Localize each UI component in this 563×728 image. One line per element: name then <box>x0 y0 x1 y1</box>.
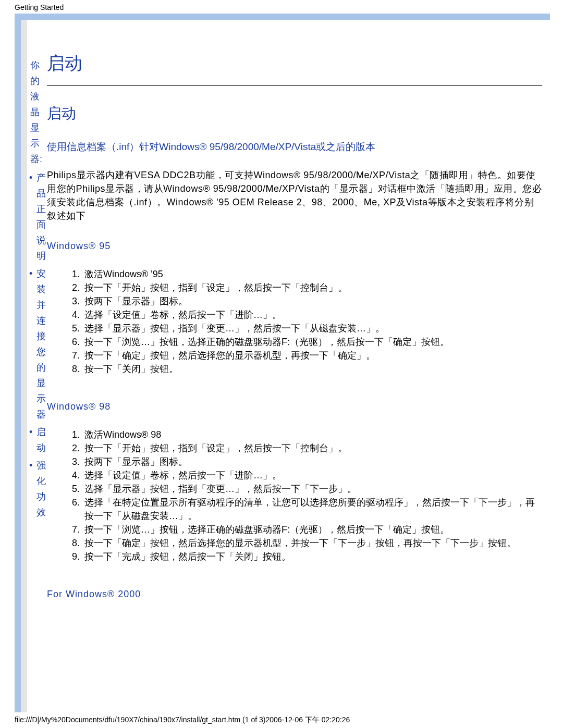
divider <box>47 85 542 86</box>
list-item: 按一下「浏览…」按钮，选择正确的磁盘驱动器F:（光驱），然后按一下「确定」按钮。 <box>82 335 542 349</box>
list-item: 按一下「确定」按钮，然后选择您的显示器机型，再按一下「确定」。 <box>82 349 542 362</box>
sidebar-title: 你的液晶显示器: <box>30 57 41 167</box>
inf-file-heading: 使用信息档案（.inf）针对Windows® 95/98/2000/Me/XP/… <box>47 140 542 154</box>
intro-paragraph: Philips显示器内建有VESA DDC2B功能，可支持Windows® 95… <box>47 168 542 223</box>
footer-file-path: file:///D|/My%20Documents/dfu/190X7/chin… <box>15 715 350 725</box>
windows-98-label: Windows® 98 <box>47 400 542 413</box>
sidebar-item-product-front[interactable]: 产品正面说明 <box>30 170 41 264</box>
border-left-gray <box>21 20 27 712</box>
windows-95-steps: 激活Windows® '95 按一下「开始」按钮，指到「设定」，然后按一下「控制… <box>82 267 542 376</box>
windows-95-label: Windows® 95 <box>47 239 542 253</box>
sidebar-nav: 你的液晶显示器: 产品正面说明 安装并连接您的显示器 启动 强化功效 <box>30 57 41 522</box>
list-item: 按两下「显示器」图标。 <box>82 294 542 308</box>
windows-2000-label: For Windows® 2000 <box>47 587 542 601</box>
sidebar-item-install-connect[interactable]: 安装并连接您的显示器 <box>30 266 41 422</box>
list-item: 选择「设定值」卷标，然后按一下「进阶…」。 <box>82 468 542 482</box>
list-item: 按一下「完成」按钮，然后按一下「关闭」按钮。 <box>82 550 542 563</box>
list-item: 按一下「确定」按钮，然后选择您的显示器机型，并按一下「下一步」按钮，再按一下「下… <box>82 536 542 550</box>
list-item: 选择「显示器」按钮，指到「变更…」，然后按一下「下一步」。 <box>82 482 542 496</box>
list-item: 按一下「关闭」按钮。 <box>82 362 542 376</box>
list-item: 按两下「显示器」图标。 <box>82 455 542 468</box>
list-item: 选择「显示器」按钮，指到「变更…」，然后按一下「从磁盘安装…」。 <box>82 322 542 335</box>
sidebar-list: 产品正面说明 安装并连接您的显示器 启动 强化功效 <box>30 170 41 520</box>
page-header-title: Getting Started <box>15 3 64 11</box>
border-top <box>15 14 550 20</box>
windows-98-steps: 激活Windows® 98 按一下「开始」按钮，指到「设定」，然后按一下「控制台… <box>82 428 542 563</box>
sidebar-item-enhance[interactable]: 强化功效 <box>30 458 41 520</box>
list-item: 按一下「开始」按钮，指到「设定」，然后按一下「控制台」。 <box>82 441 542 455</box>
list-item: 选择「在特定位置显示所有驱动程序的清单，让您可以选择您所要的驱动程序」，然后按一… <box>82 496 542 523</box>
main-content: 启动 启动 使用信息档案（.inf）针对Windows® 95/98/2000/… <box>47 56 542 615</box>
list-item: 激活Windows® 98 <box>82 428 542 441</box>
list-item: 按一下「开始」按钮，指到「设定」，然后按一下「控制台」。 <box>82 281 542 294</box>
sidebar-item-startup[interactable]: 启动 <box>30 424 41 455</box>
list-item: 选择「设定值」卷标，然后按一下「进阶…」。 <box>82 308 542 322</box>
page-title: 启动 <box>47 56 542 70</box>
list-item: 激活Windows® '95 <box>82 267 542 281</box>
section-title: 启动 <box>47 107 542 120</box>
list-item: 按一下「浏览…」按钮，选择正确的磁盘驱动器F:（光驱），然后按一下「确定」按钮。 <box>82 523 542 536</box>
border-left-blue <box>15 14 21 712</box>
